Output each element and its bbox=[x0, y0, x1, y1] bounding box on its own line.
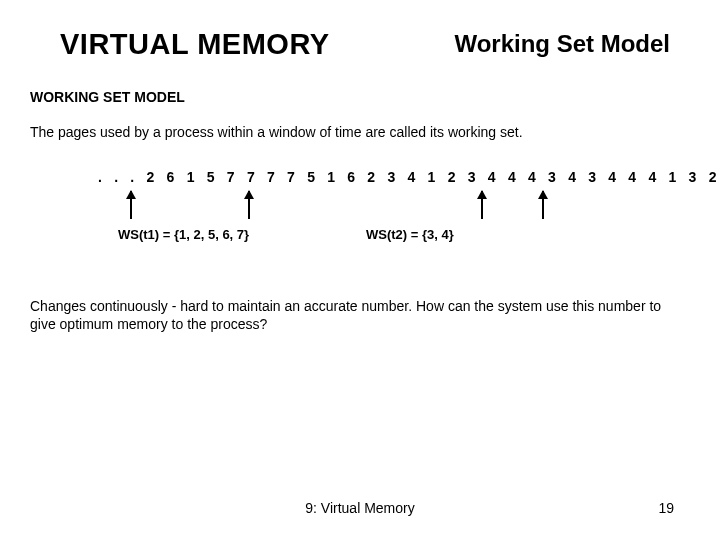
page-reference-sequence: . . . 2 6 1 5 7 7 7 7 5 1 6 2 3 4 1 2 3 … bbox=[30, 169, 690, 185]
body-text-question: Changes continuously - hard to maintain … bbox=[0, 279, 720, 333]
subtitle: Working Set Model bbox=[454, 30, 670, 58]
slide-header: VIRTUAL MEMORY Working Set Model bbox=[0, 0, 720, 61]
working-set-diagram: . . . 2 6 1 5 7 7 7 7 5 1 6 2 3 4 1 2 3 … bbox=[30, 169, 690, 279]
arrow-ws1-start bbox=[130, 191, 132, 219]
intro-text: The pages used by a process within a win… bbox=[0, 105, 720, 141]
ws1-label: WS(t1) = {1, 2, 5, 6, 7} bbox=[118, 227, 249, 242]
arrow-ws2-end bbox=[542, 191, 544, 219]
arrow-ws1-end bbox=[248, 191, 250, 219]
section-heading: WORKING SET MODEL bbox=[0, 61, 720, 105]
arrow-ws2-start bbox=[481, 191, 483, 219]
footer-center: 9: Virtual Memory bbox=[0, 500, 720, 516]
main-title: VIRTUAL MEMORY bbox=[60, 28, 454, 61]
page-number: 19 bbox=[658, 500, 674, 516]
ws2-label: WS(t2) = {3, 4} bbox=[366, 227, 454, 242]
